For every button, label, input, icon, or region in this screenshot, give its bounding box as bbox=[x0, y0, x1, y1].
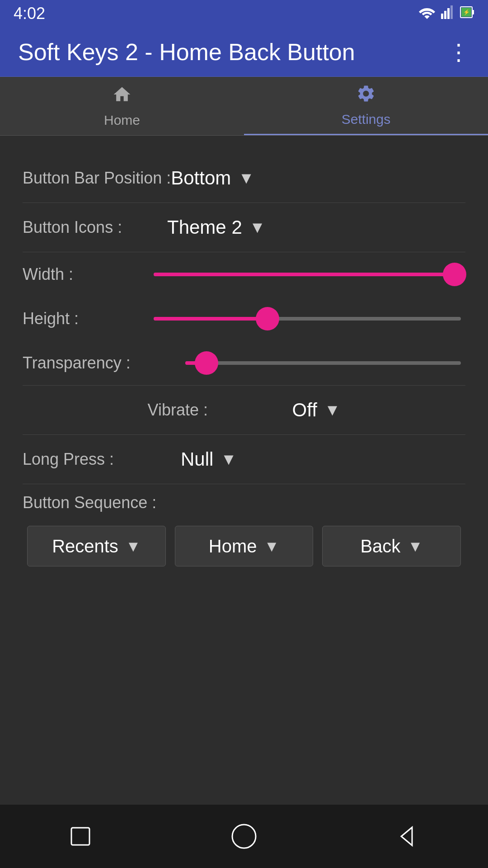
longpress-row: Long Press : Null ▼ bbox=[23, 435, 465, 484]
sequence-home-arrow: ▼ bbox=[264, 538, 280, 555]
width-slider-row: Width : bbox=[23, 252, 465, 297]
button-icons-dropdown[interactable]: Theme 2 ▼ bbox=[167, 217, 265, 238]
vibrate-label: Vibrate : bbox=[148, 401, 292, 420]
overflow-menu-button[interactable]: ⋮ bbox=[447, 39, 470, 65]
button-bar-position-row: Button Bar Position : Bottom ▼ bbox=[23, 154, 465, 203]
wifi-icon bbox=[418, 5, 436, 22]
app-title: Soft Keys 2 - Home Back Button bbox=[18, 38, 355, 66]
button-icons-value: Theme 2 bbox=[167, 217, 242, 238]
status-icons: ⚡ bbox=[418, 5, 474, 22]
sequence-back-arrow: ▼ bbox=[408, 538, 423, 555]
transparency-slider-row: Transparency : bbox=[23, 341, 465, 385]
tab-settings-label: Settings bbox=[342, 112, 390, 127]
svg-text:⚡: ⚡ bbox=[463, 9, 470, 15]
sequence-home-value: Home bbox=[209, 536, 257, 557]
button-icons-arrow: ▼ bbox=[249, 218, 266, 237]
svg-rect-1 bbox=[444, 11, 446, 19]
width-slider-thumb[interactable] bbox=[443, 263, 466, 286]
nav-recents-button[interactable] bbox=[59, 814, 104, 859]
signal-icon bbox=[441, 5, 455, 22]
height-slider-row: Height : bbox=[23, 297, 465, 341]
nav-bar bbox=[0, 805, 488, 868]
button-bar-position-label: Button Bar Position : bbox=[23, 169, 171, 188]
settings-content: Button Bar Position : Bottom ▼ Button Ic… bbox=[0, 136, 488, 805]
height-slider[interactable] bbox=[154, 317, 461, 321]
transparency-slider-thumb[interactable] bbox=[195, 351, 218, 375]
nav-back-button[interactable] bbox=[384, 814, 429, 859]
sequence-recents-dropdown[interactable]: Recents ▼ bbox=[27, 526, 166, 566]
width-label: Width : bbox=[23, 265, 149, 284]
home-tab-icon bbox=[112, 85, 132, 109]
svg-marker-10 bbox=[401, 827, 412, 845]
button-bar-position-value: Bottom bbox=[171, 167, 231, 189]
nav-home-button[interactable] bbox=[221, 814, 267, 859]
svg-rect-3 bbox=[450, 5, 453, 19]
longpress-dropdown[interactable]: Null ▼ bbox=[181, 448, 237, 470]
vibrate-dropdown[interactable]: Off ▼ bbox=[292, 399, 341, 421]
sequence-home-dropdown[interactable]: Home ▼ bbox=[175, 526, 314, 566]
battery-icon: ⚡ bbox=[460, 5, 474, 22]
app-bar: Soft Keys 2 - Home Back Button ⋮ bbox=[0, 27, 488, 77]
tab-bar: Home Settings bbox=[0, 77, 488, 136]
transparency-slider[interactable] bbox=[185, 361, 461, 365]
settings-tab-icon bbox=[356, 84, 376, 108]
svg-rect-8 bbox=[71, 828, 89, 845]
svg-point-9 bbox=[232, 825, 256, 848]
width-slider[interactable] bbox=[154, 273, 461, 276]
tab-home-label: Home bbox=[104, 113, 140, 128]
longpress-label: Long Press : bbox=[23, 450, 181, 469]
sequence-recents-value: Recents bbox=[52, 536, 118, 557]
sequence-back-dropdown[interactable]: Back ▼ bbox=[322, 526, 461, 566]
height-slider-fill bbox=[154, 317, 267, 321]
button-bar-position-arrow: ▼ bbox=[238, 169, 254, 188]
tab-home[interactable]: Home bbox=[0, 77, 244, 135]
transparency-label: Transparency : bbox=[23, 354, 181, 373]
height-slider-thumb[interactable] bbox=[256, 307, 279, 330]
height-label: Height : bbox=[23, 309, 149, 328]
width-slider-fill bbox=[154, 273, 455, 276]
button-sequence-label: Button Sequence : bbox=[23, 484, 465, 517]
svg-rect-0 bbox=[441, 14, 443, 19]
vibrate-row: Vibrate : Off ▼ bbox=[23, 386, 465, 434]
status-bar: 4:02 ⚡ bbox=[0, 0, 488, 27]
sequence-recents-arrow: ▼ bbox=[126, 538, 141, 555]
svg-rect-2 bbox=[447, 8, 450, 19]
longpress-value: Null bbox=[181, 448, 213, 470]
tab-settings[interactable]: Settings bbox=[244, 77, 488, 135]
vibrate-arrow: ▼ bbox=[324, 401, 341, 420]
vibrate-value: Off bbox=[292, 399, 317, 421]
button-sequence-row: Recents ▼ Home ▼ Back ▼ bbox=[23, 517, 465, 576]
sequence-back-value: Back bbox=[360, 536, 400, 557]
svg-rect-5 bbox=[472, 10, 474, 14]
status-time: 4:02 bbox=[14, 4, 45, 23]
button-icons-row: Button Icons : Theme 2 ▼ bbox=[23, 203, 465, 252]
button-icons-label: Button Icons : bbox=[23, 218, 167, 237]
longpress-arrow: ▼ bbox=[221, 450, 237, 469]
button-bar-position-dropdown[interactable]: Bottom ▼ bbox=[171, 167, 254, 189]
